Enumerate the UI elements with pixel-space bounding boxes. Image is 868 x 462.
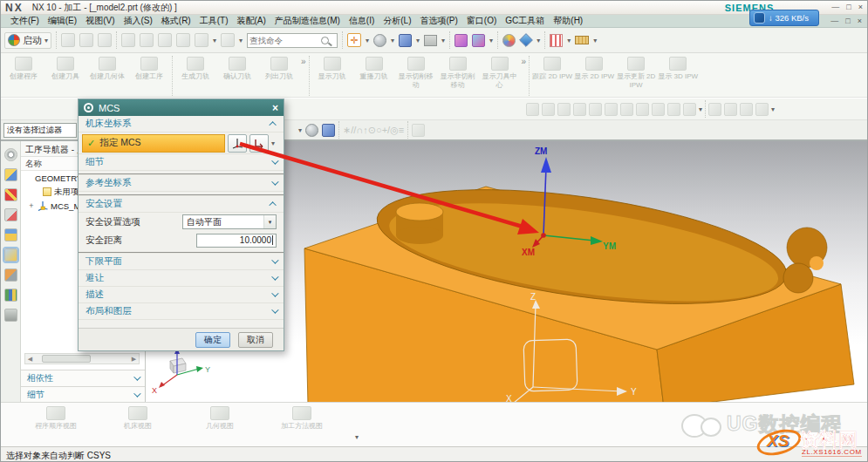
snap-point-icon[interactable]: ◎ xyxy=(390,125,399,135)
toolbar-overflow-icon[interactable]: ▾ xyxy=(355,433,359,446)
show-toolpath-icon[interactable] xyxy=(526,103,539,116)
entire-assembly-icon[interactable] xyxy=(305,124,318,137)
history-icon[interactable] xyxy=(4,309,17,322)
undo-dropdown-icon[interactable]: ▾ xyxy=(213,37,216,44)
cylinder-boss[interactable] xyxy=(396,203,443,244)
menu-item[interactable]: 编辑(E) xyxy=(44,16,81,25)
menu-item[interactable]: 分析(L) xyxy=(379,16,415,25)
safety-option-combobox[interactable]: 自动平面 ▾ xyxy=(182,214,277,229)
window-dropdown-icon[interactable]: ▾ xyxy=(441,37,445,44)
measure-dropdown-icon[interactable]: ▾ xyxy=(593,37,597,44)
section-avoidance[interactable]: 避让 xyxy=(79,270,284,287)
machine-icon[interactable] xyxy=(755,103,769,116)
snap-point-icon[interactable]: ≡ xyxy=(399,125,404,135)
ribbon-button[interactable]: 显示更新 2D IPW xyxy=(615,55,657,89)
start-menu-button[interactable]: 启动 ▾ xyxy=(4,32,51,49)
constraint-navigator-icon[interactable] xyxy=(4,188,17,201)
tools-dropdown-icon[interactable]: ▾ xyxy=(699,105,702,113)
ribbon-button[interactable]: 显示刀轨 xyxy=(311,55,353,89)
constraint-dropdown-icon[interactable]: ▾ xyxy=(537,37,540,44)
ribbon-button[interactable]: 创建几何体 xyxy=(86,55,128,81)
copy-icon[interactable] xyxy=(140,33,154,47)
section-machine-csys[interactable]: 机床坐标系 xyxy=(79,116,284,132)
cut-icon[interactable] xyxy=(121,33,135,47)
operation-navigator-icon[interactable] xyxy=(4,248,17,262)
section-layout-layers[interactable]: 布局和图层 xyxy=(79,303,284,320)
ribbon-button[interactable]: 跟踪 2D IPW xyxy=(531,55,573,89)
object-display-icon[interactable] xyxy=(652,103,665,116)
menu-item[interactable]: 装配(A) xyxy=(232,16,270,25)
part-navigator-icon[interactable] xyxy=(4,208,17,221)
ribbon-button[interactable]: 创建刀具 xyxy=(44,55,86,81)
library-icon[interactable] xyxy=(4,289,17,302)
scroll-left-icon[interactable]: ◀ xyxy=(25,356,35,363)
point-dialog-button[interactable] xyxy=(249,134,269,153)
menu-item[interactable]: 格式(R) xyxy=(157,16,195,25)
section-reference-csys[interactable]: 参考坐标系 xyxy=(79,175,284,192)
scrollbar-thumb[interactable] xyxy=(42,355,91,363)
tree-expander[interactable]: + xyxy=(28,201,35,210)
safe-distance-input[interactable]: 10.0000 xyxy=(196,234,277,248)
paste-icon[interactable] xyxy=(158,33,172,47)
selection-filter-combobox[interactable]: 没有选择过滤器 xyxy=(3,123,77,138)
edit-object-icon[interactable] xyxy=(542,103,555,116)
solid-body-filter-icon[interactable] xyxy=(322,124,335,137)
clock-icon[interactable] xyxy=(667,103,680,116)
ribbon-button[interactable]: 显示 3D IPW xyxy=(657,55,699,89)
cancel-button[interactable]: 取消 xyxy=(238,332,273,348)
menu-item[interactable]: 首选项(P) xyxy=(416,16,462,25)
ribbon-button[interactable]: 显示 2D IPW xyxy=(573,55,615,89)
menu-item[interactable]: 信息(I) xyxy=(345,16,379,25)
csys-dropdown-icon[interactable]: ▾ xyxy=(271,139,275,147)
dependencies-panel-header[interactable]: 相依性 xyxy=(21,370,145,386)
menu-item[interactable]: 工具(T) xyxy=(195,16,233,25)
interpart-link-icon[interactable] xyxy=(550,34,563,47)
assembly-constraint-icon[interactable] xyxy=(519,33,533,47)
minimize-icon[interactable]: — xyxy=(831,3,839,11)
delete-icon[interactable] xyxy=(176,33,190,47)
link-dropdown-icon[interactable]: ▾ xyxy=(567,37,571,44)
true-shading-icon[interactable] xyxy=(502,34,516,47)
horizontal-scrollbar[interactable]: ◀ ▶ xyxy=(24,353,140,364)
group-overflow-icon[interactable]: » xyxy=(300,55,307,66)
orient-view-icon[interactable] xyxy=(399,34,412,47)
render-dropdown-icon[interactable]: ▾ xyxy=(391,37,394,44)
ok-button[interactable]: 确定 xyxy=(195,332,230,348)
grid-icon[interactable] xyxy=(573,103,586,116)
section-description[interactable]: 描述 xyxy=(79,287,284,303)
ribbon-button[interactable]: 创建程序 xyxy=(3,55,44,81)
assembly-navigator-icon[interactable] xyxy=(4,168,17,181)
section-safety[interactable]: 安全设置 xyxy=(79,196,284,213)
view-toolbar-button[interactable]: 几何视图 xyxy=(191,406,249,446)
ribbon-button[interactable]: 显示切削移动 xyxy=(395,55,437,89)
new-file-icon[interactable] xyxy=(61,33,75,47)
search-input[interactable] xyxy=(249,36,321,45)
workpiece-icon[interactable] xyxy=(740,103,753,116)
ribbon-button[interactable]: 创建工序 xyxy=(128,55,170,81)
combo-dropdown-icon[interactable]: ▾ xyxy=(263,215,276,228)
close-icon[interactable]: × xyxy=(858,3,863,11)
menu-item[interactable]: 插入(S) xyxy=(119,16,156,25)
lobe-cut-lower[interactable] xyxy=(783,263,813,293)
section-details[interactable]: 细节 xyxy=(79,154,284,171)
edit-display-icon[interactable] xyxy=(472,34,485,47)
dialog-close-icon[interactable]: × xyxy=(272,102,278,114)
transform-icon[interactable] xyxy=(636,103,649,116)
ribbon-button[interactable]: 列出刀轨 xyxy=(258,55,300,81)
fit-dropdown-icon[interactable]: ▾ xyxy=(366,37,369,44)
machine-tool-navigator-icon[interactable] xyxy=(4,268,17,282)
cut-levels-icon[interactable] xyxy=(557,103,571,116)
snap-point-icon[interactable]: ⊙ xyxy=(368,125,376,135)
report-icon[interactable] xyxy=(620,103,633,116)
restore-icon[interactable]: □ xyxy=(846,3,851,11)
display-dropdown-icon[interactable]: ▾ xyxy=(489,37,493,44)
verify-dropdown-icon[interactable]: ▾ xyxy=(771,105,775,113)
roller-gear-icon[interactable] xyxy=(4,148,17,161)
menu-item[interactable]: 产品制造信息(M) xyxy=(270,16,345,25)
child-restore-icon[interactable]: □ xyxy=(845,17,850,25)
scroll-right-icon[interactable]: ▶ xyxy=(129,356,139,363)
details-panel-header[interactable]: 细节 xyxy=(21,386,145,403)
orient-dropdown-icon[interactable]: ▾ xyxy=(416,37,420,44)
view-toolbar-button[interactable]: 机床视图 xyxy=(109,406,167,446)
menu-item[interactable]: 帮助(H) xyxy=(549,16,587,25)
